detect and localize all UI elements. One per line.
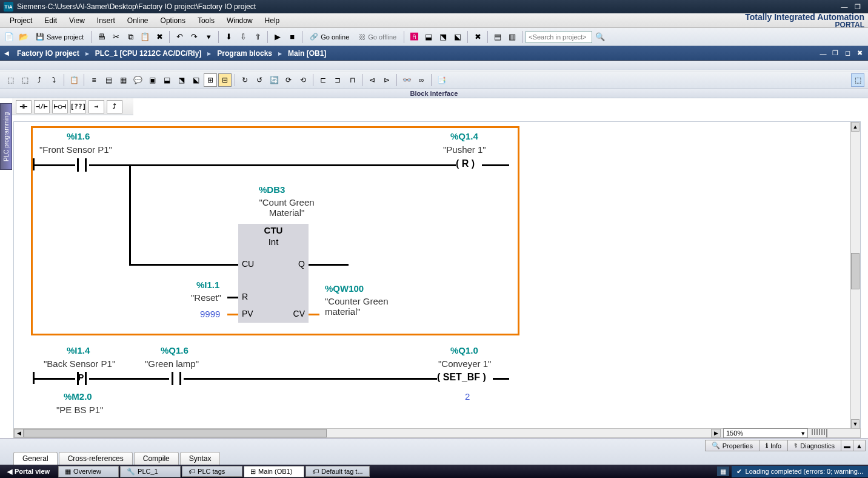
ed-icon-20[interactable]: ⟲ <box>296 73 310 87</box>
split-v-icon[interactable]: ▥ <box>506 30 519 44</box>
ed-icon-15[interactable]: ⊟ <box>218 73 232 87</box>
ed-icon-14[interactable]: ⊞ <box>204 73 217 87</box>
ed-icon-3[interactable]: ⤴ <box>33 73 46 87</box>
ed-icon-28[interactable]: 📑 <box>435 73 448 87</box>
go-online-button[interactable]: 🔗 Go online <box>305 30 353 44</box>
split-h-icon[interactable]: ▤ <box>491 30 504 44</box>
crumb-main[interactable]: Main [OB1] <box>284 49 330 58</box>
menu-view[interactable]: View <box>63 15 91 27</box>
editor-restore-icon[interactable]: ◻ <box>841 49 853 58</box>
new-project-icon[interactable]: 📄 <box>2 30 16 44</box>
taskbar-default-tag[interactable]: 🏷 Default tag t... <box>305 466 369 477</box>
editor-minimize-icon[interactable]: — <box>817 49 829 58</box>
coil-conveyer-setbf[interactable]: ( SET_BF ) <box>437 372 486 383</box>
ed-icon-26[interactable]: 👓 <box>400 73 413 87</box>
status-icon[interactable]: ▦ <box>717 466 729 476</box>
maximize-button[interactable]: ❐ <box>851 2 864 12</box>
crumb-plc[interactable]: PLC_1 [CPU 1212C AC/DC/Rly] <box>92 49 205 58</box>
print-icon[interactable]: 🖶 <box>95 30 108 44</box>
ed-icon-27[interactable]: ∞ <box>415 73 428 87</box>
copy-icon[interactable]: ⧉ <box>124 30 137 44</box>
download-icon[interactable]: ⇩ <box>236 30 250 44</box>
menu-online[interactable]: Online <box>121 15 155 27</box>
ladder-canvas[interactable]: %I1.6 "Front Sensor P1" ( R ) %Q1.4 "Pus… <box>13 121 861 429</box>
ed-icon-9[interactable]: 💬 <box>131 73 144 87</box>
menu-window[interactable]: Window <box>221 15 259 27</box>
ed-icon-19[interactable]: ⟳ <box>282 73 295 87</box>
ed-icon-6[interactable]: ≡ <box>87 73 101 87</box>
undo-dropdown-icon[interactable]: ▾ <box>202 30 215 44</box>
inst-close-branch[interactable]: ⤴ <box>107 100 122 113</box>
coil-pusher1-reset[interactable]: ( R ) <box>456 158 475 169</box>
zoom-sizer[interactable] <box>812 429 860 437</box>
scroll-left-icon[interactable]: ◀ <box>14 429 24 437</box>
ed-icon-end[interactable]: ⬚ <box>851 73 864 87</box>
block-interface-bar[interactable]: Block interface <box>0 89 868 98</box>
info-button[interactable]: ℹInfo <box>759 440 788 451</box>
tb-icon-4[interactable]: ⬕ <box>451 30 464 44</box>
ed-icon-16[interactable]: ↻ <box>238 73 252 87</box>
menu-project[interactable]: Project <box>4 15 38 27</box>
tab-crossref[interactable]: Cross-references <box>59 452 133 465</box>
ed-icon-13[interactable]: ⬕ <box>189 73 202 87</box>
close-view-icon[interactable]: ✖ <box>471 30 484 44</box>
contact-green-lamp[interactable] <box>169 371 184 386</box>
ed-icon-7[interactable]: ▤ <box>102 73 115 87</box>
diagnostics-button[interactable]: ⚕Diagnostics <box>787 440 841 451</box>
menu-tools[interactable]: Tools <box>192 15 221 27</box>
ctu-block[interactable]: CTU Int CU Q R PV CV <box>238 224 309 323</box>
ed-icon-24[interactable]: ⊲ <box>366 73 379 87</box>
menu-edit[interactable]: Edit <box>38 15 63 27</box>
upload-icon[interactable]: ⇧ <box>251 30 264 44</box>
ed-icon-8[interactable]: ▦ <box>116 73 130 87</box>
contact-front-sensor[interactable] <box>75 158 89 172</box>
minimize-button[interactable]: — <box>838 2 851 12</box>
tb-icon-1[interactable]: 🅰 <box>407 30 421 44</box>
cut-icon[interactable]: ✂ <box>109 30 122 44</box>
scroll-thumb[interactable] <box>24 429 327 437</box>
inst-no-contact[interactable]: ⊣⊢ <box>16 100 32 113</box>
tab-compile[interactable]: Compile <box>134 452 179 465</box>
undo-icon[interactable]: ↶ <box>173 30 186 44</box>
inst-coil[interactable]: ⊢○⊣ <box>52 100 68 113</box>
ed-icon-18[interactable]: 🔄 <box>267 73 281 87</box>
inst-nc-contact[interactable]: ⊣/⊢ <box>34 100 50 113</box>
scroll-track[interactable] <box>24 429 711 437</box>
ed-icon-2[interactable]: ⬚ <box>18 73 32 87</box>
menu-insert[interactable]: Insert <box>91 15 121 27</box>
tab-general[interactable]: General <box>13 452 58 465</box>
ed-icon-4[interactable]: ⤵ <box>47 73 61 87</box>
scroll-down-icon[interactable]: ▼ <box>851 419 860 429</box>
paste-icon[interactable]: 📋 <box>138 30 152 44</box>
panel-control-1[interactable]: ▬ <box>841 440 853 451</box>
crumb-project[interactable]: Factory IO project <box>13 49 83 58</box>
search-input[interactable] <box>526 31 592 43</box>
ed-icon-25[interactable]: ⊳ <box>380 73 393 87</box>
search-button-icon[interactable]: 🔍 <box>593 30 607 44</box>
taskbar-plc1[interactable]: 🔧 PLC_1 <box>120 466 181 477</box>
editor-close-icon[interactable]: ✖ <box>853 49 866 58</box>
menu-options[interactable]: Options <box>155 15 192 27</box>
ed-icon-21[interactable]: ⊏ <box>316 73 330 87</box>
inst-branch[interactable]: → <box>88 100 104 113</box>
ed-icon-10[interactable]: ▣ <box>145 73 159 87</box>
ed-icon-5[interactable]: 📋 <box>67 73 81 87</box>
editor-detach-icon[interactable]: ❐ <box>829 49 841 58</box>
scroll-right-icon[interactable]: ▶ <box>711 429 721 437</box>
plc-programming-tab[interactable]: PLC programming <box>0 103 12 170</box>
taskbar-main-ob1[interactable]: ⊞ Main (OB1) <box>244 466 304 477</box>
tb-icon-3[interactable]: ⬔ <box>436 30 450 44</box>
inst-box[interactable]: [??] <box>70 100 86 113</box>
stop-sim-icon[interactable]: ■ <box>285 30 299 44</box>
ed-icon-1[interactable]: ⬚ <box>4 73 17 87</box>
panel-control-2[interactable]: ▲ <box>853 440 866 451</box>
nav-back-icon[interactable]: ◀ <box>2 49 11 58</box>
tab-syntax[interactable]: Syntax <box>180 452 221 465</box>
taskbar-plctags[interactable]: 🏷 PLC tags <box>182 466 242 477</box>
compile-icon[interactable]: ⬇ <box>222 30 235 44</box>
start-sim-icon[interactable]: ▶ <box>271 30 284 44</box>
ed-icon-23[interactable]: ⊓ <box>346 73 359 87</box>
ed-icon-12[interactable]: ⬔ <box>175 73 188 87</box>
delete-icon[interactable]: ✖ <box>153 30 166 44</box>
tb-icon-2[interactable]: ⬓ <box>422 30 435 44</box>
